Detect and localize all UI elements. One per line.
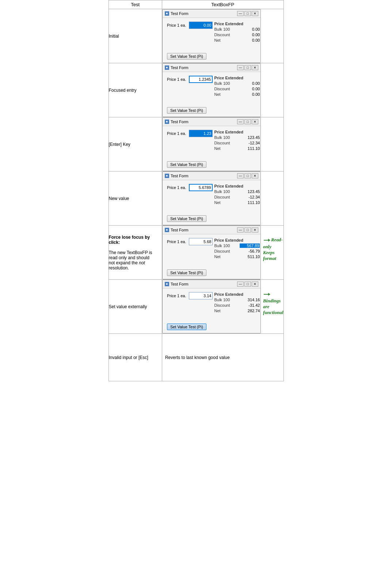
maximize-btn[interactable]: □ [244, 227, 251, 233]
row-label-italic: not [139, 260, 145, 265]
calc-value-net: 511.10 [240, 254, 260, 259]
set-value-button[interactable]: Set Value Test (Pi) [167, 53, 206, 60]
demo-cell-new-value: ■Test Form—□✕Price 1 ea.5.6789Price Exte… [162, 171, 283, 226]
calc-value-net: 0.00 [240, 92, 260, 97]
form-title: Test Form [171, 11, 236, 16]
calc-label-net: Net [214, 38, 236, 42]
demo-cell-invalid: Reverts to last known good value [162, 334, 283, 381]
table-row-enter-key: [Enter] Key■Test Form—□✕Price 1 ea.1.23P… [109, 117, 283, 171]
form-title: Test Form [171, 228, 236, 232]
table-row-lose-focus: Force lose focus by click: The new TextB… [109, 226, 283, 280]
price-label: Price 1 ea. [167, 23, 186, 27]
mock-form: ■Test Form—□✕Price 1 ea.3.14Price Extend… [162, 280, 261, 333]
form-icon: ■ [165, 228, 169, 232]
calc-value-bulk100: 123.45 [240, 135, 260, 140]
set-value-button[interactable]: Set Value Test (Pi) [167, 161, 206, 168]
minimize-btn[interactable]: — [237, 65, 244, 70]
form-title: Test Form [171, 174, 236, 178]
calc-value-discount: 0.00 [240, 33, 260, 37]
price-extended-section: Price ExtendedBulk 1000.00Discount0.00Ne… [214, 22, 260, 44]
minimize-btn[interactable]: — [237, 11, 244, 16]
minimize-btn[interactable]: — [237, 173, 244, 178]
demo-cell-initial: ■Test Form—□✕Price 1 ea.0.00Price Extend… [162, 9, 283, 63]
calc-value-net: 0.00 [240, 38, 260, 42]
price-extended-label: Price Extended [214, 292, 260, 296]
form-icon: ■ [165, 65, 169, 70]
calc-value-discount: -31.42 [240, 303, 260, 307]
close-btn[interactable]: ✕ [252, 119, 258, 124]
calc-label-bulk100: Bulk 100 [214, 27, 236, 31]
minimize-btn[interactable]: — [237, 119, 244, 124]
close-btn[interactable]: ✕ [252, 282, 258, 287]
set-value-button[interactable]: Set Value Test (Pi) [167, 324, 206, 330]
svg-marker-3 [268, 293, 270, 296]
calc-value-bulk100: 567.89 [240, 243, 260, 248]
table-row-focused-entry: Focused entry■Test Form—□✕Price 1 ea.1.2… [109, 63, 283, 117]
price-label: Price 1 ea. [167, 77, 186, 82]
col-header-textboxfp: TextBoxFP [162, 0, 283, 9]
main-table: Test TextBoxFP Initial■Test Form—□✕Price… [109, 0, 284, 381]
close-btn[interactable]: ✕ [252, 173, 258, 178]
minimize-btn[interactable]: — [237, 282, 244, 287]
row-label-initial: Initial [109, 9, 162, 63]
calc-label-bulk100: Bulk 100 [214, 81, 236, 86]
price-input[interactable]: 1.2345 [189, 76, 213, 83]
close-btn[interactable]: ✕ [252, 65, 258, 70]
maximize-btn[interactable]: □ [244, 119, 251, 124]
table-row-initial: Initial■Test Form—□✕Price 1 ea.0.00Price… [109, 9, 283, 63]
form-icon: ■ [165, 11, 169, 16]
set-value-button[interactable]: Set Value Test (Pi) [167, 107, 206, 114]
price-extended-label: Price Extended [214, 130, 260, 134]
calc-value-discount: -56.79 [240, 249, 260, 253]
calc-value-discount: -12.34 [240, 195, 260, 199]
calc-value-bulk100: 123.45 [240, 189, 260, 194]
price-input[interactable]: 5.6789 [189, 184, 213, 191]
price-extended-label: Price Extended [214, 184, 260, 188]
calc-label-net: Net [214, 92, 236, 97]
calc-label-discount: Discount [214, 303, 236, 307]
price-label: Price 1 ea. [167, 239, 186, 244]
calc-label-discount: Discount [214, 87, 236, 91]
close-btn[interactable]: ✕ [252, 227, 258, 233]
calc-label-bulk100: Bulk 100 [214, 135, 236, 140]
demo-cell-enter-key: ■Test Form—□✕Price 1 ea.1.23Price Extend… [162, 117, 283, 171]
row-label-enter-key: [Enter] Key [109, 117, 162, 171]
price-input[interactable]: 1.23 [189, 130, 213, 137]
set-value-button[interactable]: Set Value Test (Pi) [167, 269, 206, 276]
form-title: Test Form [171, 120, 236, 124]
close-btn[interactable]: ✕ [252, 11, 258, 16]
price-label: Price 1 ea. [167, 294, 186, 298]
minimize-btn[interactable]: — [237, 227, 244, 233]
row-label-lose-focus: Force lose focus by click: The new TextB… [109, 226, 162, 280]
row-label-new-value: New value [109, 171, 162, 226]
price-extended-label: Price Extended [214, 22, 260, 26]
svg-marker-1 [268, 239, 270, 242]
calc-label-bulk100: Bulk 100 [214, 243, 236, 248]
calc-label-net: Net [214, 254, 236, 259]
annotation-text: Read-onlyKeeps format [263, 237, 283, 261]
row-label-extra4: resolution. [109, 265, 129, 271]
maximize-btn[interactable]: □ [244, 173, 251, 178]
maximize-btn[interactable]: □ [244, 11, 251, 16]
price-label: Price 1 ea. [167, 131, 186, 136]
price-extended-label: Price Extended [214, 238, 260, 242]
calc-label-net: Net [214, 309, 236, 313]
calc-label-discount: Discount [214, 33, 236, 37]
calc-value-net: 282.74 [240, 309, 260, 313]
row-label-extra2: read only and should [109, 255, 149, 260]
set-value-button[interactable]: Set Value Test (Pi) [167, 215, 206, 222]
price-input[interactable]: 3.14 [189, 292, 213, 299]
mock-form: ■Test Form—□✕Price 1 ea.5.6789Price Exte… [162, 171, 261, 225]
maximize-btn[interactable]: □ [244, 282, 251, 287]
price-input[interactable]: 5.68 [189, 238, 213, 245]
row-label-focused-entry: Focused entry [109, 63, 162, 117]
demo-cell-set-externally: ■Test Form—□✕Price 1 ea.3.14Price Extend… [162, 280, 283, 334]
price-input[interactable]: 0.00 [189, 22, 213, 29]
col-header-test: Test [109, 0, 162, 9]
calc-label-bulk100: Bulk 100 [214, 189, 236, 194]
calc-value-discount: 0.00 [240, 87, 260, 91]
calc-value-net: 111.10 [240, 146, 260, 151]
maximize-btn[interactable]: □ [244, 65, 251, 70]
row-label-set-externally: Set value externally [109, 280, 162, 334]
calc-value-bulk100: 0.00 [240, 81, 260, 86]
